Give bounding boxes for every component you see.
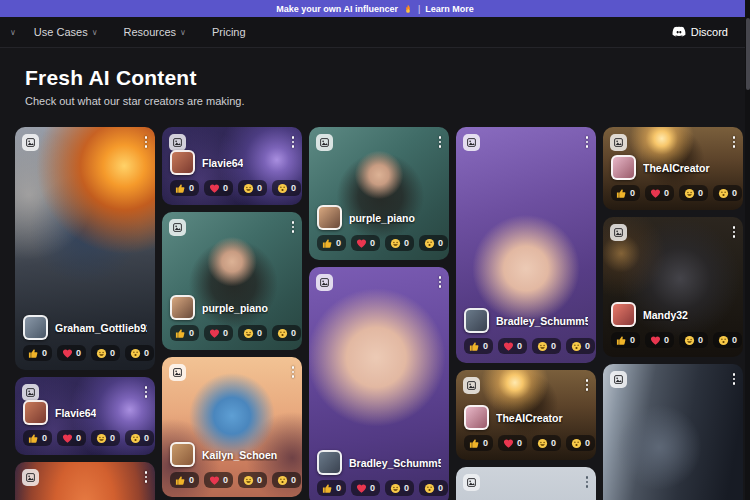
reaction-surprised[interactable]: 0 bbox=[125, 430, 154, 446]
reaction-thumbs-up[interactable]: 0 bbox=[464, 338, 493, 354]
reaction-heart[interactable]: 0 bbox=[498, 435, 527, 451]
content-card[interactable]: Flavie64 0 0 0 0 bbox=[15, 377, 155, 455]
reaction-surprised[interactable]: 0 bbox=[419, 235, 448, 251]
username: Flavie64 bbox=[55, 407, 96, 419]
reaction-thumbs-up[interactable]: 0 bbox=[317, 235, 346, 251]
reaction-laughing[interactable]: 0 bbox=[385, 235, 414, 251]
reaction-laughing[interactable]: 0 bbox=[532, 435, 561, 451]
nav-item-use-cases[interactable]: Use Cases ∨ bbox=[34, 26, 98, 38]
nav-item-pricing[interactable]: Pricing bbox=[212, 26, 246, 38]
content-card[interactable]: TheAICreator 0 0 0 0 bbox=[603, 127, 743, 210]
card-menu-button[interactable] bbox=[289, 133, 298, 151]
reaction-heart[interactable]: 0 bbox=[57, 345, 86, 361]
reaction-thumbs-up[interactable]: 0 bbox=[23, 345, 52, 361]
page-title: Fresh AI Content bbox=[25, 66, 725, 90]
content-card[interactable]: Mandy32 0 0 0 0 bbox=[603, 217, 743, 357]
reaction-laughing[interactable]: 0 bbox=[679, 332, 708, 348]
reaction-count: 0 bbox=[483, 438, 488, 448]
content-card[interactable]: Bradley_Schumm53 0 0 0 0 bbox=[456, 127, 596, 363]
card-menu-button[interactable] bbox=[583, 133, 592, 151]
reactions-bar: 0 0 0 0 bbox=[317, 480, 441, 496]
reaction-surprised[interactable]: 0 bbox=[713, 185, 742, 201]
nav-item-resources[interactable]: Resources ∨ bbox=[124, 26, 186, 38]
reactions-bar: 0 0 0 0 bbox=[170, 180, 294, 196]
reaction-count: 0 bbox=[110, 433, 115, 443]
reaction-laughing[interactable]: 0 bbox=[91, 345, 120, 361]
reaction-surprised[interactable]: 0 bbox=[713, 332, 742, 348]
card-menu-button[interactable] bbox=[730, 133, 739, 151]
heart-icon bbox=[650, 188, 661, 199]
content-card[interactable]: purple_piano 0 0 0 0 bbox=[162, 212, 302, 350]
reaction-heart[interactable]: 0 bbox=[645, 185, 674, 201]
reaction-surprised[interactable]: 0 bbox=[419, 480, 448, 496]
reaction-heart[interactable]: 0 bbox=[57, 430, 86, 446]
chevron-down-icon: ∨ bbox=[92, 28, 98, 37]
card-menu-button[interactable] bbox=[583, 473, 592, 491]
card-menu-button[interactable] bbox=[142, 383, 151, 401]
thumbs-up-icon bbox=[175, 183, 186, 194]
reaction-laughing[interactable]: 0 bbox=[238, 325, 267, 341]
avatar bbox=[464, 308, 489, 333]
scrollbar-thumb[interactable] bbox=[746, 18, 750, 90]
reaction-surprised[interactable]: 0 bbox=[272, 325, 301, 341]
content-card[interactable] bbox=[15, 462, 155, 500]
content-card[interactable]: Kailyn_Schoen 0 0 0 0 bbox=[162, 357, 302, 497]
reaction-thumbs-up[interactable]: 0 bbox=[170, 472, 199, 488]
card-menu-button[interactable] bbox=[436, 273, 445, 291]
reaction-surprised[interactable]: 0 bbox=[125, 345, 154, 361]
reaction-thumbs-up[interactable]: 0 bbox=[170, 325, 199, 341]
reaction-heart[interactable]: 0 bbox=[204, 180, 233, 196]
card-menu-button[interactable] bbox=[730, 370, 739, 388]
reaction-heart[interactable]: 0 bbox=[645, 332, 674, 348]
username: purple_piano bbox=[202, 302, 268, 314]
card-menu-button[interactable] bbox=[289, 363, 298, 381]
learn-more-link[interactable]: Learn More bbox=[425, 4, 474, 14]
card-menu-button[interactable] bbox=[436, 133, 445, 151]
discord-button[interactable]: Discord bbox=[672, 25, 728, 39]
reaction-heart[interactable]: 0 bbox=[204, 325, 233, 341]
reaction-thumbs-up[interactable]: 0 bbox=[464, 435, 493, 451]
reaction-count: 0 bbox=[438, 238, 443, 248]
reaction-heart[interactable]: 0 bbox=[498, 338, 527, 354]
content-card[interactable]: Graham_Gottlieb92 0 0 0 0 bbox=[15, 127, 155, 370]
content-card[interactable]: Flavie64 0 0 0 0 bbox=[162, 127, 302, 205]
reaction-count: 0 bbox=[664, 188, 669, 198]
reaction-thumbs-up[interactable]: 0 bbox=[611, 332, 640, 348]
thumbs-up-icon bbox=[469, 438, 480, 449]
reaction-laughing[interactable]: 0 bbox=[532, 338, 561, 354]
reaction-heart[interactable]: 0 bbox=[351, 235, 380, 251]
reaction-surprised[interactable]: 0 bbox=[272, 472, 301, 488]
reaction-surprised[interactable]: 0 bbox=[566, 435, 595, 451]
content-card[interactable]: TheAICreator 0 0 0 0 bbox=[456, 370, 596, 460]
reaction-heart[interactable]: 0 bbox=[204, 472, 233, 488]
content-card[interactable] bbox=[603, 364, 743, 500]
reaction-thumbs-up[interactable]: 0 bbox=[611, 185, 640, 201]
card-menu-button[interactable] bbox=[142, 468, 151, 486]
card-menu-button[interactable] bbox=[142, 133, 151, 151]
content-card[interactable]: purple_piano 0 0 0 0 bbox=[309, 127, 449, 260]
image-type-icon bbox=[316, 134, 333, 151]
reaction-thumbs-up[interactable]: 0 bbox=[170, 180, 199, 196]
reaction-surprised[interactable]: 0 bbox=[272, 180, 301, 196]
image-type-icon bbox=[22, 384, 39, 401]
heart-icon bbox=[62, 348, 73, 359]
reaction-laughing[interactable]: 0 bbox=[91, 430, 120, 446]
reaction-laughing[interactable]: 0 bbox=[238, 472, 267, 488]
content-card[interactable] bbox=[456, 467, 596, 500]
card-menu-button[interactable] bbox=[730, 223, 739, 241]
reaction-laughing[interactable]: 0 bbox=[385, 480, 414, 496]
reaction-surprised[interactable]: 0 bbox=[566, 338, 595, 354]
scrollbar[interactable] bbox=[745, 0, 750, 500]
thumbs-up-icon bbox=[175, 475, 186, 486]
card-menu-button[interactable] bbox=[583, 376, 592, 394]
reaction-laughing[interactable]: 0 bbox=[238, 180, 267, 196]
reaction-thumbs-up[interactable]: 0 bbox=[317, 480, 346, 496]
reaction-thumbs-up[interactable]: 0 bbox=[23, 430, 52, 446]
image-type-icon bbox=[463, 134, 480, 151]
card-menu-button[interactable] bbox=[289, 218, 298, 236]
reaction-count: 0 bbox=[630, 335, 635, 345]
reaction-heart[interactable]: 0 bbox=[351, 480, 380, 496]
reaction-count: 0 bbox=[291, 328, 296, 338]
content-card[interactable]: Bradley_Schumm53 0 0 0 0 bbox=[309, 267, 449, 500]
reaction-laughing[interactable]: 0 bbox=[679, 185, 708, 201]
